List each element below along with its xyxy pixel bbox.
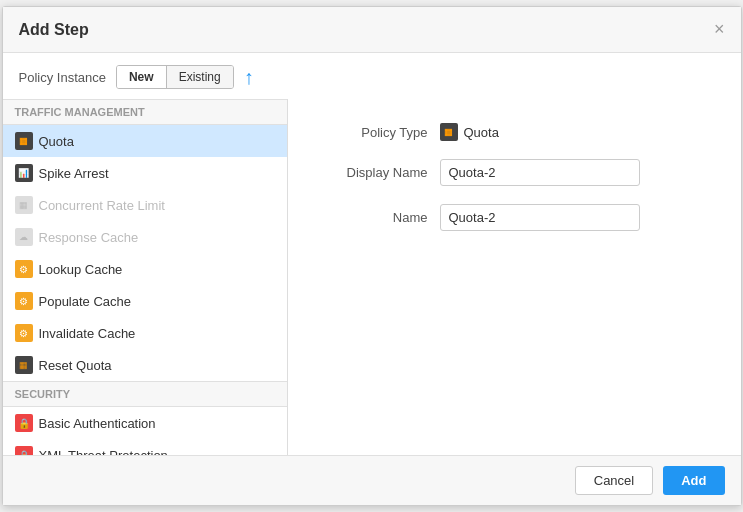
close-button[interactable]: × xyxy=(714,19,725,40)
content-area: TRAFFIC MANAGEMENT ▦ Quota 📊 Spike Arres… xyxy=(3,99,741,455)
concurrent-rate-limit-label: Concurrent Rate Limit xyxy=(39,198,165,213)
list-item-invalidate-cache[interactable]: ⚙ Invalidate Cache xyxy=(3,317,287,349)
name-field-label: Name xyxy=(318,210,428,225)
populate-cache-label: Populate Cache xyxy=(39,294,132,309)
left-panel: TRAFFIC MANAGEMENT ▦ Quota 📊 Spike Arres… xyxy=(3,99,288,455)
display-name-input[interactable] xyxy=(440,159,640,186)
display-name-field-label: Display Name xyxy=(318,165,428,180)
modal-title: Add Step xyxy=(19,21,89,39)
list-item-xml-threat[interactable]: 🔒 XML Threat Protection xyxy=(3,439,287,455)
list-item-reset-quota[interactable]: ▦ Reset Quota xyxy=(3,349,287,381)
traffic-management-header: TRAFFIC MANAGEMENT xyxy=(3,99,287,125)
name-row: Name xyxy=(318,204,711,231)
policy-type-field-label: Policy Type xyxy=(318,125,428,140)
populate-cache-icon: ⚙ xyxy=(15,292,33,310)
add-step-modal: Add Step × Policy Instance New Existing … xyxy=(2,6,742,506)
cancel-button[interactable]: Cancel xyxy=(575,466,653,495)
list-item-response-cache: ☁ Response Cache xyxy=(3,221,287,253)
reset-quota-label: Reset Quota xyxy=(39,358,112,373)
concurrent-rate-limit-icon: ▦ xyxy=(15,196,33,214)
new-button[interactable]: New xyxy=(117,66,167,88)
invalidate-cache-icon: ⚙ xyxy=(15,324,33,342)
xml-threat-icon: 🔒 xyxy=(15,446,33,455)
list-item-quota[interactable]: ▦ Quota xyxy=(3,125,287,157)
right-panel: Policy Type ▦ Quota Display Name Name xyxy=(288,99,741,455)
security-header: SECURITY xyxy=(3,381,287,407)
basic-auth-icon: 🔒 xyxy=(15,414,33,432)
policy-instance-label: Policy Instance xyxy=(19,70,106,85)
arrow-indicator: ↑ xyxy=(244,67,254,87)
policy-instance-row: Policy Instance New Existing ↑ xyxy=(3,53,741,99)
modal-header: Add Step × xyxy=(3,7,741,53)
response-cache-icon: ☁ xyxy=(15,228,33,246)
basic-auth-label: Basic Authentication xyxy=(39,416,156,431)
quota-icon: ▦ xyxy=(15,132,33,150)
lookup-cache-label: Lookup Cache xyxy=(39,262,123,277)
list-item-populate-cache[interactable]: ⚙ Populate Cache xyxy=(3,285,287,317)
modal-body: Policy Instance New Existing ↑ TRAFFIC M… xyxy=(3,53,741,455)
modal-footer: Cancel Add xyxy=(3,455,741,505)
existing-button[interactable]: Existing xyxy=(167,66,233,88)
quota-label: Quota xyxy=(39,134,74,149)
policy-type-row: Policy Type ▦ Quota xyxy=(318,123,711,141)
spike-arrest-icon: 📊 xyxy=(15,164,33,182)
name-input[interactable] xyxy=(440,204,640,231)
policy-type-text: Quota xyxy=(464,125,499,140)
list-item-basic-auth[interactable]: 🔒 Basic Authentication xyxy=(3,407,287,439)
display-name-row: Display Name xyxy=(318,159,711,186)
add-button[interactable]: Add xyxy=(663,466,724,495)
policy-type-icon: ▦ xyxy=(440,123,458,141)
list-item-lookup-cache[interactable]: ⚙ Lookup Cache xyxy=(3,253,287,285)
list-item-spike-arrest[interactable]: 📊 Spike Arrest xyxy=(3,157,287,189)
lookup-cache-icon: ⚙ xyxy=(15,260,33,278)
reset-quota-icon: ▦ xyxy=(15,356,33,374)
xml-threat-label: XML Threat Protection xyxy=(39,448,168,456)
spike-arrest-label: Spike Arrest xyxy=(39,166,109,181)
policy-type-value: ▦ Quota xyxy=(440,123,499,141)
list-item-concurrent-rate-limit: ▦ Concurrent Rate Limit xyxy=(3,189,287,221)
invalidate-cache-label: Invalidate Cache xyxy=(39,326,136,341)
policy-instance-toggle: New Existing xyxy=(116,65,234,89)
response-cache-label: Response Cache xyxy=(39,230,139,245)
